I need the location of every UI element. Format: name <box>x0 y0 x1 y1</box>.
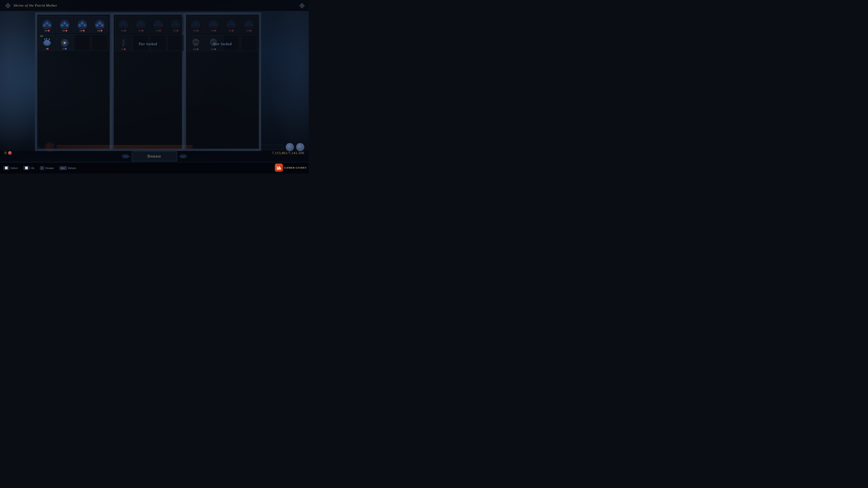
cost-gem-icon <box>101 30 102 32</box>
svg-point-67 <box>194 21 197 25</box>
shop-mid-icon-1 <box>118 19 129 30</box>
shop-mid-row1: 100 100 <box>115 16 180 33</box>
svg-rect-90 <box>212 44 213 46</box>
shop-right-skull-1[interactable]: 400 <box>188 35 204 51</box>
svg-rect-95 <box>278 167 278 170</box>
tier-locked-label-mid: Tier locked <box>138 42 157 46</box>
shop-right-item-1[interactable]: 100 <box>188 16 204 33</box>
svg-point-72 <box>212 21 215 25</box>
shop-mid-item-1[interactable]: 100 <box>115 16 131 33</box>
select-label: Select <box>11 166 18 170</box>
svg-point-63 <box>172 26 180 29</box>
main-ui: 100 <box>35 12 304 151</box>
item-slot-empty-1 <box>74 34 90 51</box>
svg-point-77 <box>229 21 233 25</box>
ok-key-icon: ⬜ <box>24 166 29 170</box>
shop-panel-right: 100 100 <box>184 12 261 151</box>
item-slot-resonator-4[interactable]: 100 <box>92 16 108 33</box>
svg-point-23 <box>78 26 86 29</box>
currency-gem-icon <box>8 151 12 155</box>
feather-cost: 75 <box>116 48 131 51</box>
cost-gem-icon <box>66 30 67 32</box>
svg-rect-94 <box>277 166 278 170</box>
control-select: ⬜ Select <box>3 166 18 170</box>
svg-point-37 <box>46 38 47 39</box>
shop-mid-item-2[interactable]: 100 <box>133 16 149 33</box>
shop-mid-cost-1: 100 <box>116 30 131 32</box>
tier-locked-empty-3 <box>167 35 184 51</box>
currency-amount: 0 <box>4 151 6 155</box>
shop-right-icon-3 <box>225 19 237 30</box>
svg-point-52 <box>139 21 143 25</box>
bottom-info-bar: 0 Donate 7,113,861/7,141,500 <box>0 151 309 162</box>
svg-rect-85 <box>194 44 195 46</box>
item-cost-resonator-1: 100 <box>39 30 55 32</box>
item-cost-larva: 3 <box>39 48 55 50</box>
svg-point-82 <box>247 21 251 25</box>
ok-label: Ok <box>31 166 34 170</box>
title-bar: Shrine of the Putrid Mother <box>0 0 309 11</box>
shop-right-item-4[interactable]: 500 <box>241 16 257 33</box>
shop-mid-item-4[interactable]: 100 <box>167 16 184 33</box>
svg-point-12 <box>61 24 63 26</box>
shop-mid-icon-3 <box>152 19 164 30</box>
shop-panel-middle: 100 100 <box>112 12 184 151</box>
item-cost-resonator-4: 100 <box>92 30 107 32</box>
shop-right-icon-4 <box>243 19 255 30</box>
return-label: Return <box>68 166 76 170</box>
cost-gem-icon <box>124 48 126 50</box>
item-cost-eye: 15 <box>57 48 72 50</box>
item-slot-eye[interactable]: 15 <box>57 34 73 51</box>
resonator-icon-3 <box>76 19 88 30</box>
gamer-guides-logo: GAMER GUIDES <box>275 164 307 172</box>
item-slot-larva[interactable]: 999 <box>39 34 55 51</box>
item-slot-resonator-2[interactable]: 100 <box>57 16 73 33</box>
svg-point-7 <box>43 26 51 29</box>
cost-gem-icon <box>142 30 144 32</box>
item-slot-resonator-3[interactable]: 100 <box>74 16 90 33</box>
shop-right-item-2[interactable]: 100 <box>205 16 221 33</box>
donate-control-label: Donate <box>45 166 54 170</box>
control-return: ESC Return <box>59 166 76 170</box>
panel-border-mid <box>112 13 184 151</box>
shop-mid-item-3[interactable]: 100 <box>150 16 166 33</box>
item-slot-resonator-1[interactable]: 100 <box>39 16 55 33</box>
resonator-icon-4 <box>94 19 105 30</box>
svg-point-15 <box>61 26 69 29</box>
item-cost-resonator-2: 100 <box>57 30 72 32</box>
cost-gem-icon <box>250 30 252 32</box>
shop-mid-icon-4 <box>170 19 182 30</box>
svg-point-88 <box>196 41 198 43</box>
svg-point-21 <box>84 24 86 26</box>
svg-point-58 <box>154 26 162 29</box>
svg-point-42 <box>64 42 65 43</box>
svg-point-57 <box>156 21 160 25</box>
cost-gem-icon <box>47 48 49 50</box>
shop-right-item-3[interactable]: 350 <box>223 16 239 33</box>
svg-point-43 <box>65 42 65 43</box>
corner-ornament-right <box>299 2 305 9</box>
svg-rect-86 <box>196 44 197 46</box>
shop-right-cost-2: 100 <box>206 30 221 32</box>
panel-border-left <box>35 13 112 151</box>
shop-mid-feather-slot[interactable]: 75 <box>115 35 131 51</box>
tier-locked-right-container: 400 <box>188 35 257 51</box>
shop-right-icon-2 <box>208 19 219 30</box>
item-slot-empty-2 <box>92 34 108 51</box>
cost-gem-icon <box>197 48 198 50</box>
svg-point-68 <box>192 26 200 29</box>
svg-point-53 <box>137 26 145 29</box>
donate-button[interactable]: Donate <box>132 151 177 161</box>
svg-point-5 <box>49 24 51 26</box>
cost-gem-icon <box>48 30 50 32</box>
cost-gem-blue-icon <box>65 48 67 50</box>
svg-rect-98 <box>281 168 281 170</box>
shop-mid-cost-2: 100 <box>133 30 149 32</box>
svg-point-62 <box>174 21 178 25</box>
tier-locked-mid-container: 75 Tier locked <box>115 35 180 51</box>
shop-right-cost-1: 100 <box>188 30 204 32</box>
resonator-icon-1 <box>41 19 53 30</box>
svg-point-4 <box>43 24 45 26</box>
shop-right-icon-1 <box>190 19 202 30</box>
svg-point-29 <box>101 24 103 26</box>
